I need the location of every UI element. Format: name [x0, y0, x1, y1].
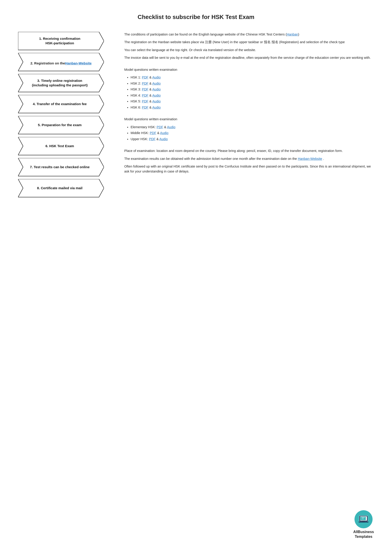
desc-block-2: Model questions written examination HSK … [124, 67, 374, 113]
hanban-website-link[interactable]: Hanban-Website [65, 61, 92, 65]
desc-text-6a: The examination results can be obtained … [124, 157, 298, 161]
desc-text-6b: . [322, 157, 324, 161]
desc-text-1a: The conditions of participation can be f… [124, 33, 287, 36]
audio-link[interactable]: Audio [152, 75, 161, 79]
svg-rect-21 [362, 517, 365, 518]
audio-link[interactable]: Audio [152, 88, 161, 91]
step-4: 4. Transfer of the examination fee [18, 95, 104, 115]
svg-marker-4 [18, 74, 104, 92]
hsk-list-item: Upper HSK: PDF & Audio [131, 137, 374, 141]
step-1: 1. Receiving confirmationHSK-participati… [18, 32, 104, 51]
audio-link[interactable]: Audio [152, 82, 161, 85]
hanban-link-1[interactable]: Hanban [287, 33, 298, 36]
pdf-link[interactable]: PDF [142, 100, 149, 103]
svg-text:4. Transfer of the examination: 4. Transfer of the examination fee [33, 102, 86, 106]
hsk-list-item: HSK 4: PDF & Audio [131, 93, 374, 98]
svg-text:3. Timely online registration: 3. Timely online registration [37, 79, 82, 82]
brand-text: AllBusinessTemplates [353, 530, 374, 539]
hsk-list-item: HSK 2: PDF & Audio [131, 81, 374, 86]
step-5: 5. Preparation for the exam [18, 116, 104, 136]
desc-para-2: The registration on the Hanban website t… [124, 40, 374, 44]
pdf-link[interactable]: PDF [142, 94, 149, 97]
step-2: 2. Registration on the Hanban-Website [18, 53, 104, 73]
step-7: 7. Test results can be checked online [18, 158, 104, 178]
desc-para-7: Often followed up with an original HSK c… [124, 164, 374, 174]
pdf-link[interactable]: PDF [142, 75, 149, 79]
desc-block-4: Place of examination: location and room … [124, 148, 374, 177]
desc-block-1: The conditions of participation can be f… [124, 32, 374, 63]
svg-text:1. Receiving confirmation: 1. Receiving confirmation [39, 37, 80, 40]
desc-para-3: You can select the language at the top r… [124, 47, 374, 52]
hanban-link-2[interactable]: Hanban-Website [298, 157, 322, 161]
hsk-list-item: HSK 1: PDF & Audio [131, 75, 374, 80]
desc-para-1: The conditions of participation can be f… [124, 32, 374, 37]
hsk-list-item: Middle HSK: PDF & Audio [131, 131, 374, 135]
audio-link[interactable]: Audio [152, 106, 161, 109]
svg-text:(including uploading the passp: (including uploading the passport) [32, 83, 88, 87]
pdf-link[interactable]: PDF [157, 125, 163, 129]
svg-text:5. Preparation for the exam: 5. Preparation for the exam [38, 123, 82, 127]
hsk-list-item: Elementary HSK: PDF & Audio [131, 124, 374, 130]
desc-block-3: Model questions written examination Elem… [124, 117, 374, 144]
svg-text:HSK-participation: HSK-participation [45, 41, 74, 45]
brand-icon-circle [355, 510, 373, 528]
desc-para-5: Place of examination: location and room … [124, 148, 374, 153]
step-6: 6. HSK Test Exam [18, 137, 104, 157]
svg-text:8. Certificate mailed via mail: 8. Certificate mailed via mail [37, 186, 82, 190]
pdf-link[interactable]: PDF [149, 137, 156, 141]
svg-rect-22 [362, 518, 364, 518]
pdf-link[interactable]: PDF [142, 106, 149, 109]
pdf-link[interactable]: PDF [142, 82, 149, 85]
description-column: The conditions of participation can be f… [124, 32, 374, 181]
steps-column: 1. Receiving confirmationHSK-participati… [18, 32, 113, 200]
svg-marker-0 [18, 32, 104, 50]
hsk-links-list-2: Elementary HSK: PDF & AudioMiddle HSK: P… [124, 124, 374, 141]
pdf-link[interactable]: PDF [142, 88, 149, 91]
brand-logo: AllBusinessTemplates [353, 510, 374, 539]
laptop-icon [358, 514, 369, 525]
svg-text:7. Test results can be checked: 7. Test results can be checked online [30, 165, 90, 169]
hsk-list-item: HSK 5: PDF & Audio [131, 99, 374, 104]
model-label-1: Model questions written examination [124, 67, 374, 72]
step-8: 8. Certificate mailed via mail [18, 179, 104, 199]
svg-rect-23 [362, 519, 364, 519]
desc-para-4: The invoice data will be sent to you by … [124, 55, 374, 60]
hsk-links-list-1: HSK 1: PDF & AudioHSK 2: PDF & AudioHSK … [124, 75, 374, 110]
page-title: Checklist to subscribe for HSK Test Exam [18, 14, 374, 21]
pdf-link[interactable]: PDF [150, 131, 156, 135]
content-wrapper: 1. Receiving confirmationHSK-participati… [18, 32, 374, 200]
step-3: 3. Timely online registration(including … [18, 74, 104, 94]
model-label-2: Model questions written examination [124, 117, 374, 122]
hsk-list-item: HSK 3: PDF & Audio [131, 87, 374, 92]
svg-rect-20 [360, 517, 361, 520]
audio-link[interactable]: Audio [159, 137, 168, 141]
desc-text-1b: ) [298, 33, 299, 36]
audio-link[interactable]: Audio [160, 131, 169, 135]
audio-link[interactable]: Audio [152, 100, 161, 103]
audio-link[interactable]: Audio [152, 94, 161, 97]
audio-link[interactable]: Audio [167, 125, 175, 129]
svg-rect-25 [362, 522, 365, 522]
desc-para-6: The examination results can be obtained … [124, 156, 374, 161]
svg-text:6. HSK Test Exam: 6. HSK Test Exam [45, 144, 74, 148]
hsk-list-item: HSK 6: PDF & Audio [131, 105, 374, 110]
